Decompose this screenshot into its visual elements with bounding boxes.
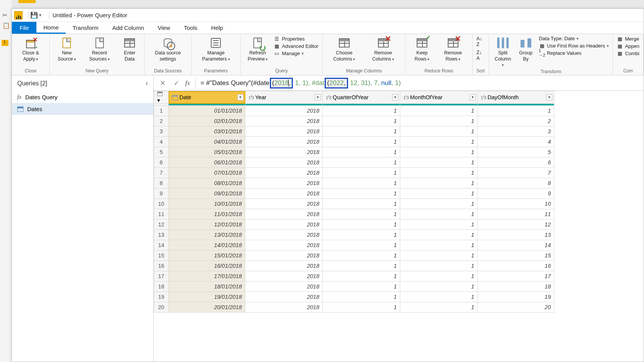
cell-month[interactable]: 1 xyxy=(400,271,478,282)
cell-month[interactable]: 1 xyxy=(400,157,478,168)
cell-day[interactable]: 6 xyxy=(478,157,554,168)
cell-quarter[interactable]: 1 xyxy=(323,137,400,147)
cell-quarter[interactable]: 1 xyxy=(323,147,400,157)
cell-date[interactable]: 14/01/2018 xyxy=(169,240,245,251)
cell-day[interactable]: 7 xyxy=(478,168,554,178)
cell-year[interactable]: 2018 xyxy=(245,178,323,188)
split-column-button[interactable]: Split Column xyxy=(493,36,513,69)
cell-date[interactable]: 11/01/2018 xyxy=(169,209,245,219)
collapse-queries-button[interactable]: ‹ xyxy=(146,79,148,87)
cell-quarter[interactable]: 1 xyxy=(323,116,400,126)
cell-date[interactable]: 06/01/2018 xyxy=(169,157,245,168)
column-header-year[interactable]: 123 Year▼ xyxy=(245,91,323,104)
cell-day[interactable]: 8 xyxy=(478,178,554,188)
table-row[interactable]: 1919/01/201820181119 xyxy=(154,292,554,302)
tab-transform[interactable]: Transform xyxy=(66,22,105,34)
row-header[interactable]: 14 xyxy=(154,240,169,251)
cell-year[interactable]: 2018 xyxy=(245,302,323,313)
cell-quarter[interactable]: 1 xyxy=(323,106,400,116)
cell-quarter[interactable]: 1 xyxy=(323,251,400,261)
cell-year[interactable]: 2018 xyxy=(245,230,323,240)
tab-add-column[interactable]: Add Column xyxy=(105,22,151,34)
table-row[interactable]: 303/01/20182018113 xyxy=(154,126,554,137)
cell-quarter[interactable]: 1 xyxy=(323,230,400,240)
cell-day[interactable]: 20 xyxy=(478,302,554,313)
cell-month[interactable]: 1 xyxy=(400,240,478,251)
advanced-editor-button[interactable]: ▦Advanced Editor xyxy=(274,43,318,49)
cell-year[interactable]: 2018 xyxy=(245,199,323,209)
cell-month[interactable]: 1 xyxy=(400,188,478,199)
table-row[interactable]: 808/01/20182018118 xyxy=(154,178,554,188)
cell-date[interactable]: 10/01/2018 xyxy=(169,199,245,209)
cell-date[interactable]: 01/01/2018 xyxy=(169,106,245,116)
cell-year[interactable]: 2018 xyxy=(245,209,323,219)
table-row[interactable]: 505/01/20182018115 xyxy=(154,147,554,157)
cell-month[interactable]: 1 xyxy=(400,282,478,292)
keep-rows-button[interactable]: ✔Keep Rows xyxy=(409,36,435,63)
table-row[interactable]: 1818/01/201820181118 xyxy=(154,282,554,292)
cell-quarter[interactable]: 1 xyxy=(323,261,400,271)
cell-month[interactable]: 1 xyxy=(400,168,478,178)
row-header[interactable]: 12 xyxy=(154,219,169,230)
table-row[interactable]: 404/01/20182018114 xyxy=(154,137,554,147)
row-header[interactable]: 16 xyxy=(154,261,169,271)
cell-quarter[interactable]: 1 xyxy=(323,292,400,302)
cell-year[interactable]: 2018 xyxy=(245,261,323,271)
column-header-month[interactable]: 123 MonthOfYear▼ xyxy=(400,91,478,104)
table-row[interactable]: 707/01/20182018117 xyxy=(154,168,554,178)
table-row[interactable]: 1414/01/201820181114 xyxy=(154,240,554,251)
append-queries-button[interactable]: ▦Appen xyxy=(617,43,639,49)
cell-month[interactable]: 1 xyxy=(400,106,478,116)
cell-date[interactable]: 20/01/2018 xyxy=(169,302,245,313)
cell-date[interactable]: 07/01/2018 xyxy=(169,168,245,178)
row-header[interactable]: 8 xyxy=(154,178,169,188)
cell-quarter[interactable]: 1 xyxy=(323,199,400,209)
first-row-headers-button[interactable]: ▦Use First Row as Headers xyxy=(539,43,609,49)
save-button[interactable]: 💾 xyxy=(31,12,38,19)
table-row[interactable]: 1717/01/201820181117 xyxy=(154,271,554,282)
cell-date[interactable]: 05/01/2018 xyxy=(169,147,245,157)
group-by-button[interactable]: Group By xyxy=(516,36,536,63)
cell-day[interactable]: 5 xyxy=(478,147,554,157)
cell-month[interactable]: 1 xyxy=(400,178,478,188)
cell-date[interactable]: 12/01/2018 xyxy=(169,219,245,230)
formula-cancel-button[interactable]: ✕ xyxy=(157,77,168,89)
table-row[interactable]: 2020/01/201820181120 xyxy=(154,302,554,313)
cell-day[interactable]: 13 xyxy=(478,230,554,240)
cell-year[interactable]: 2018 xyxy=(245,271,323,282)
sort-descending-button[interactable]: Z↓A xyxy=(476,49,482,61)
column-filter-day[interactable]: ▼ xyxy=(546,94,552,100)
row-header[interactable]: 10 xyxy=(154,199,169,209)
table-row[interactable]: 1616/01/201820181116 xyxy=(154,261,554,271)
cell-date[interactable]: 08/01/2018 xyxy=(169,178,245,188)
cell-month[interactable]: 1 xyxy=(400,230,478,240)
cell-month[interactable]: 1 xyxy=(400,302,478,313)
cell-day[interactable]: 14 xyxy=(478,240,554,251)
cell-date[interactable]: 19/01/2018 xyxy=(169,292,245,302)
cell-month[interactable]: 1 xyxy=(400,219,478,230)
cell-quarter[interactable]: 1 xyxy=(323,157,400,168)
table-row[interactable]: 1010/01/201820181110 xyxy=(154,199,554,209)
cell-day[interactable]: 2 xyxy=(478,116,554,126)
cell-month[interactable]: 1 xyxy=(400,261,478,271)
cell-date[interactable]: 03/01/2018 xyxy=(169,126,245,137)
table-row[interactable]: 1111/01/201820181111 xyxy=(154,209,554,219)
cell-year[interactable]: 2018 xyxy=(245,168,323,178)
cell-year[interactable]: 2018 xyxy=(245,126,323,137)
data-type-button[interactable]: Data Type: Date xyxy=(539,36,609,41)
fx-icon[interactable]: fx xyxy=(184,77,196,89)
formula-commit-button[interactable]: ✓ xyxy=(171,77,182,89)
cell-year[interactable]: 2018 xyxy=(245,219,323,230)
recent-sources-button[interactable]: Recent Sources xyxy=(83,36,116,63)
cell-year[interactable]: 2018 xyxy=(245,116,323,126)
cell-year[interactable]: 2018 xyxy=(245,240,323,251)
cell-month[interactable]: 1 xyxy=(400,209,478,219)
row-header[interactable]: 20 xyxy=(154,302,169,313)
cell-year[interactable]: 2018 xyxy=(245,137,323,147)
row-header[interactable]: 4 xyxy=(154,137,169,147)
qat-dropdown[interactable]: ▼ xyxy=(38,13,42,17)
cell-year[interactable]: 2018 xyxy=(245,157,323,168)
grid-corner[interactable]: ▾ xyxy=(154,91,169,104)
cell-day[interactable]: 4 xyxy=(478,137,554,147)
table-row[interactable]: 1212/01/201820181112 xyxy=(154,219,554,230)
